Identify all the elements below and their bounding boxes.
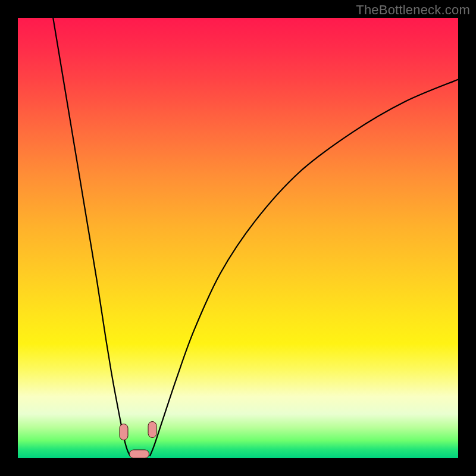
right-valley-node <box>148 421 156 438</box>
left-valley-node <box>119 424 128 440</box>
bottom-node <box>129 449 149 458</box>
watermark: TheBottleneck.com <box>356 2 470 18</box>
nodes-layer <box>18 18 458 458</box>
chart-frame: TheBottleneck.com <box>0 0 476 476</box>
plot-area <box>18 18 458 458</box>
